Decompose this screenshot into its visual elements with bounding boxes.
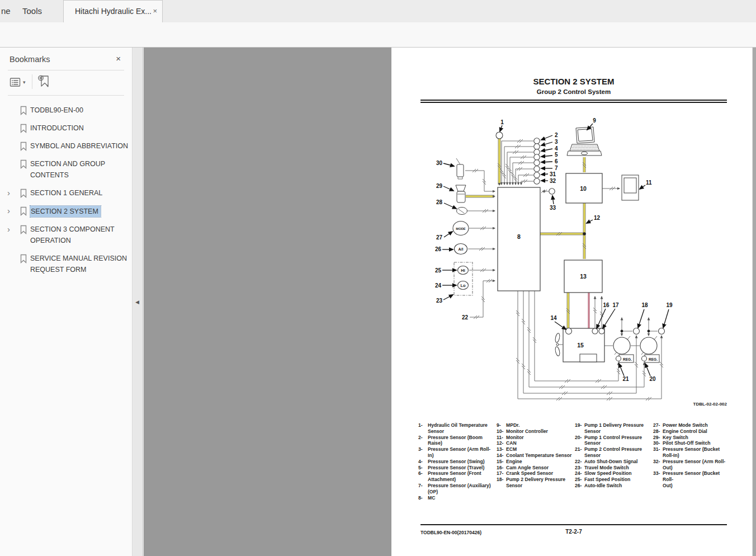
bookmark-label[interactable]: TODBL90-EN-00 [30,105,129,116]
acrobat-window: ne Tools Hitachi Hydraulic Ex... × 53 / … [0,0,756,556]
bookmark-list: TODBL90-EN-00INTRODUCTIONSYMBOL AND ABBR… [0,96,132,556]
regulator-2: REG. [642,355,660,362]
pump-1-icon [613,337,630,354]
diagram-callout-number: 31 [550,171,556,177]
bookmark-item[interactable]: ›SECTION 1 GENERAL [0,187,132,199]
regulator-1: REG. [616,355,634,362]
svg-text:Hi: Hi [461,268,465,273]
auto-idle-switch-icon: A/I [455,244,467,255]
legend-entry: 21-Pump 2 Control PressureSensor [575,446,648,459]
diagram-callout-number: 6 [555,158,558,164]
bookmark-label[interactable]: SYMBOL AND ABBREVIATION [30,140,129,152]
diagram-callout-number: 17 [612,302,619,308]
legend-entry: 13-ECM [497,446,574,453]
figure-code: TDBL-02-02-002 [654,402,727,407]
options-caret-icon[interactable]: ▾ [23,79,26,85]
bookmark-label[interactable]: SECTION 2 SYSTEM [30,206,101,217]
diagram-callout-number: 19 [666,302,673,308]
diagram-callout-number: 22 [462,314,469,321]
diagram-callout-number: 26 [435,246,442,252]
diagram-callout-number: 32 [550,178,556,184]
divider [32,74,32,89]
legend-entry: 32-Pressure Sensor (Arm Roll-Out) [653,459,731,471]
legend-entry: 5-Pressure Sensor (Travel) [418,465,494,471]
legend-entry: 1-Hydraulic Oil TemperatureSensor [418,422,494,435]
tab-tools[interactable]: Tools [22,6,42,16]
bookmark-label[interactable]: SECTION 1 GENERAL [30,187,129,199]
bookmark-label[interactable]: SECTION 3 COMPONENT OPERATION [30,224,129,246]
diagram-callout-number: 28 [436,199,443,205]
chevron-right-icon[interactable]: › [7,224,10,235]
legend-entry: 4-Pressure Sensor (Swing) [418,459,494,465]
pump-2-icon [640,337,657,354]
vertical-scrollbar[interactable] [752,48,756,556]
diagram-callout-number: 20 [649,376,656,382]
engine-control-dial-icon [457,208,467,215]
bookmark-icon [20,159,27,172]
tab-bar: ne Tools Hitachi Hydraulic Ex... × [0,0,756,22]
document-area: SECTION 2 SYSTEM Group 2 Control System [144,48,756,556]
legend-column-4: 27-Power Mode Switch28-Engine Control Di… [653,422,731,489]
callout-numbers: 1234567313233911123029282726252423221416… [435,117,673,382]
bookmarks-toolbar: ▾ [0,72,132,95]
diagram-callout-number: 21 [622,376,629,382]
bookmark-label[interactable]: INTRODUCTION [30,122,129,134]
legend-column-1: 1-Hydraulic Oil TemperatureSensor2-Press… [418,422,494,501]
bookmark-icon [20,142,27,154]
svg-text:REG.: REG. [649,357,658,361]
diagram-callout-number: 33 [550,205,556,211]
page-footer: TODBL90-EN-00(20170426) T2-2-7 [420,529,727,538]
key-switch-icon [456,185,466,202]
bookmark-item[interactable]: TODBL90-EN-00 [0,105,132,116]
diagram-callout-number: 5 [555,152,558,158]
bookmarks-panel: Bookmarks × ▾ TODBL90-EN-00INTRODUCTIONS… [0,48,133,556]
bookmark-item[interactable]: SERVICE MANUAL REVISION REQUEST FORM [0,253,132,275]
chevron-right-icon[interactable]: › [7,187,10,199]
bookmarks-close-icon[interactable]: × [116,54,121,63]
bookmark-item[interactable]: SYMBOL AND ABBREVIATION [0,140,132,152]
diagram-callout-number: 1 [500,119,504,125]
svg-text:Lo: Lo [460,283,466,288]
bookmark-icon [20,254,27,266]
collapse-panel-icon[interactable]: ◀ [135,299,139,305]
bookmark-label[interactable]: SECTION AND GROUP CONTENTS [30,158,129,181]
laptop-icon [567,127,602,156]
legend-entry: 25-Fast Speed Position [575,477,648,483]
diagram-callout-number: 29 [436,183,443,189]
legend-entry: 9-MPDr. [497,422,574,428]
bookmark-item[interactable]: ›SECTION 3 COMPONENT OPERATION [0,224,132,246]
new-bookmark-icon[interactable] [36,73,52,91]
tab-document[interactable]: Hitachi Hydraulic Ex... × [63,0,163,22]
mc-label: 8 [517,233,521,240]
bookmark-item[interactable]: INTRODUCTION [0,122,132,134]
diagram-callout-number: 12 [594,215,601,221]
bookmark-label[interactable]: SERVICE MANUAL REVISION REQUEST FORM [30,253,129,275]
main-toolbar: 53 / 377 71.1% ▾ ▾ [0,22,756,48]
tab-close-icon[interactable]: × [153,7,157,15]
legend-entry: 14-Coolant Temperature Sensor [497,453,574,459]
legend-entry: 12-CAN [497,440,574,446]
bookmark-icon [20,225,27,237]
junction-dot [621,330,623,333]
diagram-callout-number: 14 [550,315,557,321]
bookmark-options-icon[interactable] [8,76,22,91]
svg-text:A/I: A/I [459,247,464,251]
bookmark-icon [20,124,27,136]
bookmark-item[interactable]: ›SECTION 2 SYSTEM [0,205,132,217]
legend-entry: 20-Pump 1 Control PressureSensor [575,435,648,447]
ecm-label: 13 [580,273,587,280]
legend-entry: 16-Cam Angle Sensor [497,465,574,471]
bookmark-item[interactable]: SECTION AND GROUP CONTENTS [0,158,132,181]
legend-column-3: 19-Pump 1 Delivery PressureSensor20-Pump… [575,422,648,489]
panel-collapse-strip[interactable]: ◀ [133,48,143,556]
legend-entry: 6-Pressure Sensor (FrontAttachment) [418,470,494,483]
chevron-right-icon[interactable]: › [7,205,10,216]
power-mode-switch-icon: MODE [453,222,469,235]
junction-dot [583,232,586,235]
page-number: T2-2-7 [420,529,727,535]
tab-home-partial[interactable]: ne [1,6,11,16]
legend-entry: 17-Crank Speed Sensor [497,470,574,477]
diagram-callout-number: 4 [555,145,558,152]
diagram-callout-number: 23 [436,298,443,304]
junction-dot [648,330,650,333]
